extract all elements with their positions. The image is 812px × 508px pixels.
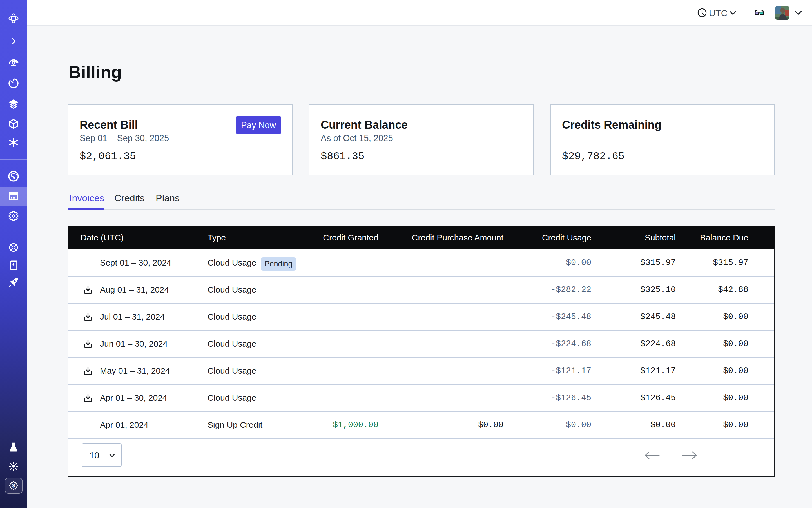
svg-text:$: $ [12,483,15,489]
